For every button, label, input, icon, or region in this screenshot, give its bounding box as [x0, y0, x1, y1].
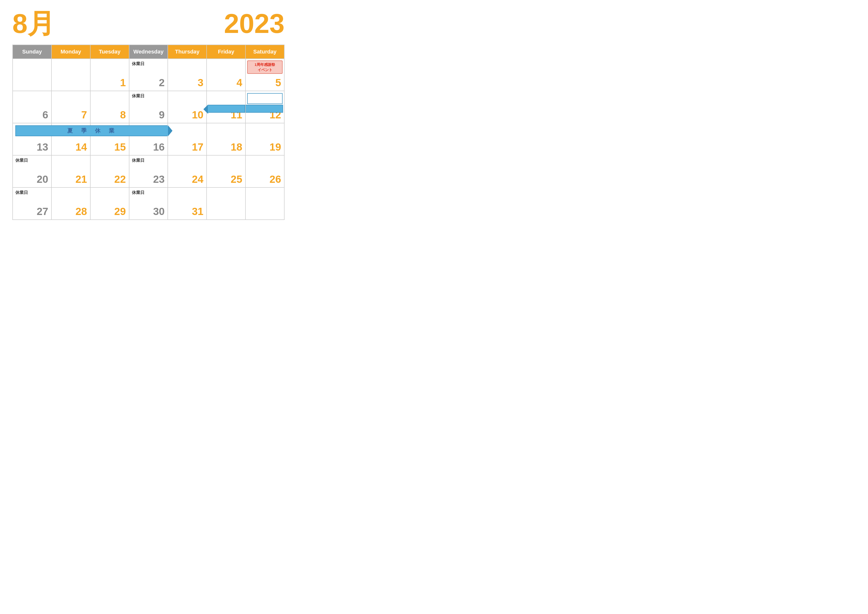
date-24: 24 [192, 173, 204, 185]
cell-12: 12 [245, 91, 284, 123]
summer-vacation-text: 夏 季 休 業 [67, 127, 116, 135]
calendar-header: 8月 2023 [12, 10, 285, 37]
date-21: 21 [76, 173, 87, 185]
date-30: 30 [153, 205, 165, 218]
cell-29: 29 [90, 188, 129, 220]
col-monday: Monday [51, 45, 90, 59]
cell-empty-fri [207, 188, 245, 220]
cell-11: 11 [207, 91, 245, 123]
date-2: 2 [159, 77, 164, 89]
date-28: 28 [76, 205, 87, 218]
cell-31: 31 [168, 188, 207, 220]
date-1: 1 [120, 77, 126, 89]
date-5: 5 [275, 77, 281, 89]
col-wednesday: Wednesday [129, 45, 168, 59]
cell-10: 10 [168, 91, 207, 123]
cell-6: 6 [12, 91, 51, 123]
cell-9: 休業日 9 [129, 91, 168, 123]
cell-empty-2 [51, 59, 90, 91]
summer-vacation-bar: 夏 季 休 業 [16, 125, 167, 136]
col-sunday: Sunday [12, 45, 51, 59]
header-row: Sunday Monday Tuesday Wednesday Thursday… [12, 45, 284, 59]
month-title: 8月 [12, 10, 55, 37]
week-row-4: 休業日 20 21 22 休業日 23 24 25 26 [12, 155, 284, 188]
date-13: 13 [37, 141, 48, 153]
col-friday: Friday [207, 45, 245, 59]
cell-empty-sat [245, 188, 284, 220]
closed-label-9: 休業日 [132, 93, 144, 99]
anniversary-event: 1周年感謝祭 イベント [247, 61, 282, 74]
cell-24: 24 [168, 155, 207, 188]
date-22: 22 [114, 173, 126, 185]
date-15: 15 [114, 141, 126, 153]
closed-label-30: 休業日 [132, 190, 144, 196]
date-19: 19 [270, 141, 281, 153]
cell-21: 21 [51, 155, 90, 188]
date-8: 8 [120, 109, 126, 121]
date-27: 27 [37, 205, 48, 218]
year-title: 2023 [224, 10, 285, 37]
date-26: 26 [270, 173, 281, 185]
date-18: 18 [231, 141, 242, 153]
cell-7: 7 [51, 91, 90, 123]
date-6: 6 [42, 109, 48, 121]
cell-30: 休業日 30 [129, 188, 168, 220]
calendar-table: Sunday Monday Tuesday Wednesday Thursday… [12, 45, 285, 220]
cell-27: 休業日 27 [12, 188, 51, 220]
cell-28: 28 [51, 188, 90, 220]
date-14: 14 [76, 141, 87, 153]
cell-13: 夏 季 休 業 13 [12, 123, 51, 155]
cell-19: 19 [245, 123, 284, 155]
week-row-5: 休業日 27 28 29 休業日 30 31 [12, 188, 284, 220]
col-thursday: Thursday [168, 45, 207, 59]
cell-8: 8 [90, 91, 129, 123]
cell-2: 休業日 2 [129, 59, 168, 91]
date-10: 10 [192, 109, 204, 121]
anniversary-line1: 1周年感謝祭 [254, 62, 275, 67]
date-3: 3 [198, 77, 203, 89]
cell-22: 22 [90, 155, 129, 188]
week-row-1: 1 休業日 2 3 4 1周年感謝祭 イベント 5 [12, 59, 284, 91]
closed-label-2: 休業日 [132, 61, 144, 67]
date-9: 9 [159, 109, 164, 121]
closed-label-20: 休業日 [16, 157, 28, 163]
cell-17: 17 [168, 123, 207, 155]
week-row-2: 6 7 8 休業日 9 10 [12, 91, 284, 123]
date-25: 25 [231, 173, 242, 185]
date-4: 4 [237, 77, 242, 89]
date-23: 23 [153, 173, 165, 185]
cell-26: 26 [245, 155, 284, 188]
cell-25: 25 [207, 155, 245, 188]
col-saturday: Saturday [245, 45, 284, 59]
cell-18: 18 [207, 123, 245, 155]
date-31: 31 [192, 205, 204, 218]
week-row-3: 夏 季 休 業 13 14 15 16 17 18 19 [12, 123, 284, 155]
date-17: 17 [192, 141, 204, 153]
anniversary-line2: イベント [257, 68, 273, 72]
cell-23: 休業日 23 [129, 155, 168, 188]
closed-label-27: 休業日 [16, 190, 28, 196]
cell-empty-1 [12, 59, 51, 91]
cell-4: 4 [207, 59, 245, 91]
closed-label-23: 休業日 [132, 157, 144, 163]
cell-20: 休業日 20 [12, 155, 51, 188]
col-tuesday: Tuesday [90, 45, 129, 59]
date-7: 7 [81, 109, 87, 121]
cell-1: 1 [90, 59, 129, 91]
date-29: 29 [114, 205, 126, 218]
date-20: 20 [37, 173, 48, 185]
cell-5: 1周年感謝祭 イベント 5 [245, 59, 284, 91]
date-16: 16 [153, 141, 165, 153]
cell-3: 3 [168, 59, 207, 91]
